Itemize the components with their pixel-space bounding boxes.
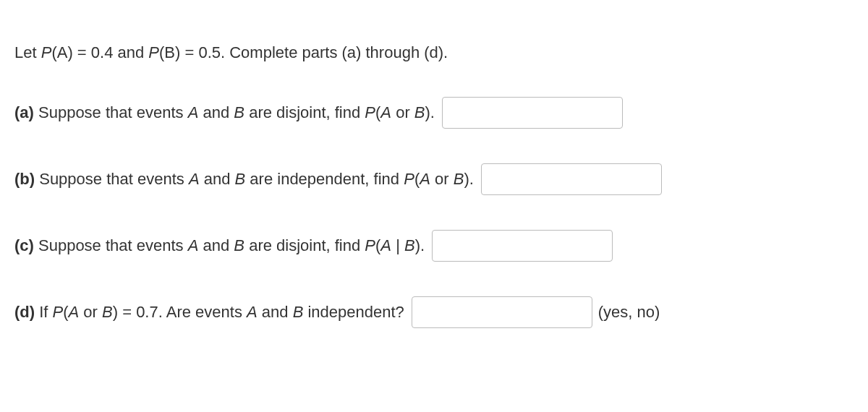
answer-input-c[interactable]: [432, 230, 613, 262]
intro-pa-var: P: [41, 43, 52, 61]
b-A: A: [189, 170, 200, 188]
d-suffix: (yes, no): [598, 303, 660, 322]
question-d-text: (d) If P(A or B) = 0.7. Are events A and…: [14, 303, 404, 322]
d-eq: = 0.7. Are events: [118, 303, 247, 321]
intro-text: Let P(A) = 0.4 and P(B) = 0.5. Complete …: [14, 43, 854, 62]
d-args: (A or B): [63, 303, 118, 321]
c-B: B: [234, 236, 244, 254]
label-d: (d): [14, 303, 35, 321]
intro-pb-eq: = 0.5. Complete parts (a) through (d).: [180, 43, 448, 61]
c-A: A: [188, 236, 199, 254]
a-args: (A or B): [375, 103, 430, 121]
b-P: P: [404, 170, 414, 188]
intro-pb-arg: (B): [159, 43, 180, 61]
answer-input-a[interactable]: [442, 97, 623, 129]
b-end: .: [469, 170, 474, 188]
question-b: (b) Suppose that events A and B are inde…: [14, 163, 854, 195]
question-d: (d) If P(A or B) = 0.7. Are events A and…: [14, 296, 854, 328]
d-t3: independent?: [303, 303, 404, 321]
d-t1: If: [35, 303, 52, 321]
a-A: A: [188, 103, 199, 121]
a-t1: Suppose that events: [34, 103, 188, 121]
question-b-text: (b) Suppose that events A and B are inde…: [14, 170, 474, 189]
d-B: B: [293, 303, 304, 321]
b-t2: and: [200, 170, 235, 188]
d-P: P: [53, 303, 64, 321]
c-t3: are disjoint, find: [244, 236, 365, 254]
a-B: B: [234, 103, 244, 121]
intro-pa-arg: (A): [51, 43, 72, 61]
answer-input-d[interactable]: [412, 296, 592, 328]
b-t3: are independent, find: [245, 170, 404, 188]
b-t1: Suppose that events: [35, 170, 189, 188]
c-P: P: [365, 236, 375, 254]
c-args: (A | B): [375, 236, 420, 254]
intro-prefix: Let: [14, 43, 41, 61]
label-c: (c): [14, 236, 34, 254]
label-b: (b): [14, 170, 35, 188]
c-end: .: [420, 236, 425, 254]
d-t2: and: [258, 303, 293, 321]
answer-input-b[interactable]: [481, 163, 662, 195]
d-A: A: [247, 303, 258, 321]
question-a-text: (a) Suppose that events A and B are disj…: [14, 103, 435, 122]
c-t2: and: [198, 236, 234, 254]
a-end: .: [430, 103, 435, 121]
question-a: (a) Suppose that events A and B are disj…: [14, 97, 854, 129]
label-a: (a): [14, 103, 34, 121]
question-c: (c) Suppose that events A and B are disj…: [14, 230, 854, 262]
intro-pb-var: P: [148, 43, 159, 61]
b-B: B: [235, 170, 246, 188]
a-P: P: [365, 103, 375, 121]
intro-pa-eq: = 0.4 and: [73, 43, 149, 61]
a-t2: and: [198, 103, 234, 121]
question-c-text: (c) Suppose that events A and B are disj…: [14, 236, 425, 255]
c-t1: Suppose that events: [34, 236, 188, 254]
b-args: (A or B): [414, 170, 469, 188]
a-t3: are disjoint, find: [244, 103, 365, 121]
